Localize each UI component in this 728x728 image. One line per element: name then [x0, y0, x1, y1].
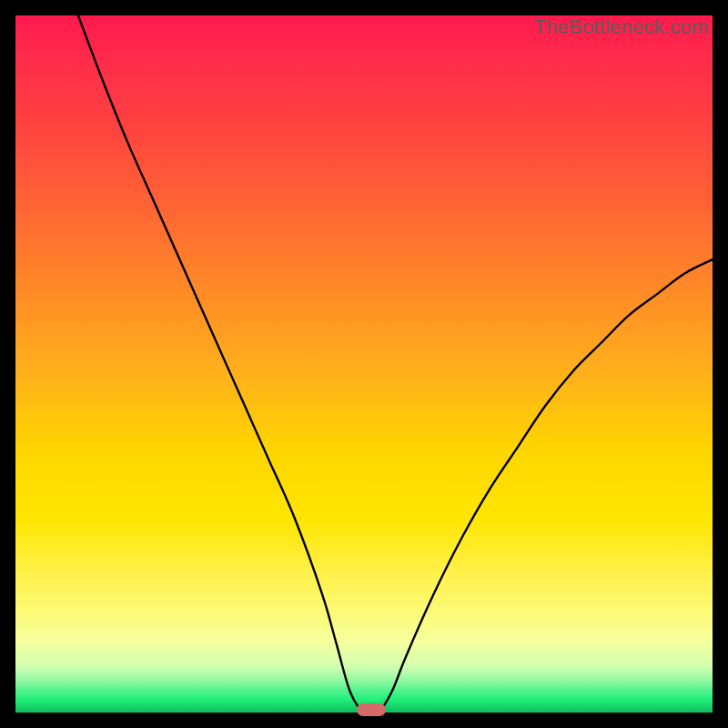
- optimum-marker: [357, 703, 386, 716]
- bottleneck-curve: [15, 15, 713, 713]
- plot-area: TheBottleneck.com: [15, 15, 713, 713]
- chart-frame: TheBottleneck.com: [0, 0, 728, 728]
